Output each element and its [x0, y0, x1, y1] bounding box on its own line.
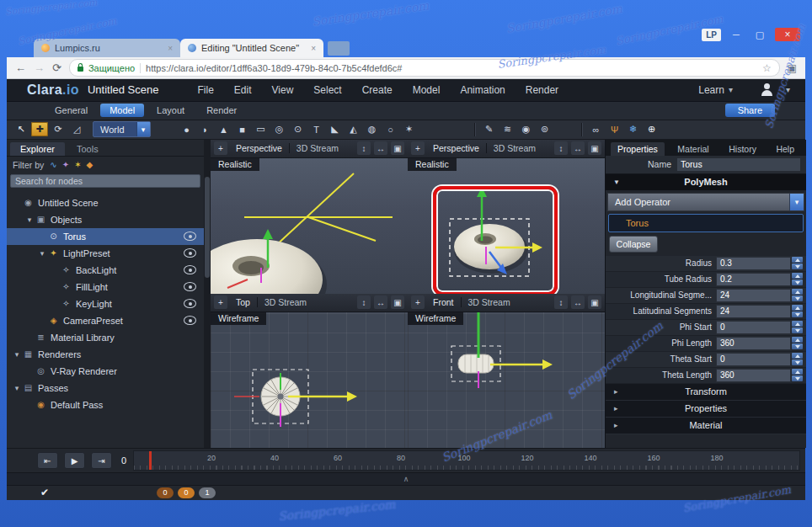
stepper-up-icon[interactable] — [792, 321, 803, 327]
share-button[interactable]: Share — [725, 104, 775, 117]
property-value-input[interactable]: 24 — [716, 289, 791, 302]
add-operator-dropdown[interactable]: Add Operator ▾ — [607, 193, 804, 211]
sphere-icon[interactable]: ● — [179, 122, 195, 136]
filter-curves-icon[interactable]: ∿ — [50, 160, 56, 169]
pan-vertical-icon[interactable]: ↕ — [357, 295, 371, 309]
visibility-eye-icon[interactable] — [184, 316, 196, 325]
dropdown-arrow-icon[interactable]: ▾ — [789, 194, 804, 210]
viewport-perspective-1[interactable]: + Perspective 3D Stream ↕ ↔ ▣ Realistic — [211, 140, 408, 294]
stepper-up-icon[interactable] — [792, 353, 803, 359]
tab-explorer[interactable]: Explorer — [10, 142, 65, 156]
section-transform[interactable]: ▸Transform — [606, 384, 806, 401]
filter-lights-icon[interactable]: ✶ — [74, 160, 81, 169]
tree-item-untitled-scene[interactable]: ◉Untitled Scene — [7, 194, 204, 211]
close-button[interactable]: × — [775, 28, 800, 41]
expander-icon[interactable]: ▾ — [37, 249, 47, 258]
explorer-scrollbar[interactable] — [204, 140, 211, 448]
polymesh-header[interactable]: ▼ PolyMesh — [606, 174, 806, 190]
visibility-eye-icon[interactable] — [184, 248, 196, 258]
playhead[interactable] — [149, 451, 152, 470]
rotate-tool-icon[interactable]: ⟳ — [50, 122, 67, 136]
refresh-icon[interactable]: ⟳ — [52, 61, 61, 74]
tree-item-keylight[interactable]: ✧KeyLight — [7, 295, 204, 312]
name-input[interactable] — [676, 157, 801, 172]
maximize-button[interactable]: ▢ — [751, 29, 768, 40]
expander-icon[interactable]: ▾ — [24, 216, 35, 224]
tree-item-material-library[interactable]: ≣Material Library — [7, 329, 204, 346]
chain-icon[interactable]: ∞ — [588, 122, 605, 136]
stepper-up-icon[interactable] — [792, 289, 803, 295]
translate-icon[interactable]: ▣ — [788, 62, 797, 74]
viewport-add-button[interactable]: + — [214, 295, 227, 309]
menu-animation[interactable]: Animation — [450, 84, 515, 96]
tab-tools[interactable]: Tools — [67, 142, 109, 156]
pan-horizontal-icon[interactable]: ↔ — [374, 295, 387, 309]
forward-icon[interactable]: → — [34, 61, 45, 74]
pan-vertical-icon[interactable]: ↕ — [554, 141, 568, 155]
url-text[interactable]: https://clara.io/editor/1dff6a30-18d9-47… — [146, 63, 757, 73]
viewport-perspective-2[interactable]: + Perspective 3D Stream ↕ ↔ ▣ Realistic — [408, 140, 605, 294]
rings-icon[interactable]: ⊚ — [537, 122, 553, 136]
add-circle-icon[interactable]: ⊕ — [644, 122, 660, 136]
tab-history[interactable]: History — [722, 142, 763, 156]
tree-item-passes[interactable]: ▾▤Passes — [7, 380, 204, 397]
secure-label[interactable]: Защищено — [88, 63, 135, 73]
cone-icon[interactable]: ▲ — [216, 122, 232, 136]
stepper-up-icon[interactable] — [792, 369, 803, 375]
stepper-down-icon[interactable] — [792, 327, 803, 333]
search-input[interactable] — [10, 174, 200, 188]
viewport-stream-label[interactable]: 3D Stream — [258, 297, 313, 307]
visibility-eye-icon[interactable] — [184, 232, 196, 241]
status-badge[interactable]: 0 — [157, 487, 174, 498]
property-value-input[interactable]: 24 — [716, 305, 791, 318]
caret-down-icon[interactable]: ▾ — [786, 85, 790, 94]
new-tab-button[interactable] — [328, 41, 350, 56]
viewport-maximize-icon[interactable]: ▣ — [391, 295, 404, 309]
status-badge[interactable]: 0 — [178, 487, 195, 498]
disc-icon[interactable]: ◍ — [364, 122, 381, 136]
stepper-up-icon[interactable] — [792, 305, 803, 311]
viewport-add-button[interactable]: + — [411, 141, 425, 155]
property-value-input[interactable]: 0.3 — [716, 257, 791, 270]
skip-start-button[interactable]: ⇤ — [37, 452, 58, 469]
wedge-icon[interactable]: ◣ — [327, 122, 344, 136]
menu-edit[interactable]: Edit — [224, 84, 262, 96]
viewport-mode-label[interactable]: Realistic — [408, 157, 457, 171]
property-value-input[interactable]: 0.2 — [716, 273, 791, 286]
tube-icon[interactable]: ⊙ — [290, 122, 307, 136]
timeline-ruler[interactable]: 20406080100120140160180 — [133, 450, 800, 471]
snowflake-icon[interactable]: ❄ — [625, 122, 642, 136]
pan-horizontal-icon[interactable]: ↔ — [571, 141, 585, 155]
tab-material[interactable]: Material — [670, 142, 715, 156]
check-icon[interactable]: ✔ — [40, 487, 49, 498]
clara-logo[interactable]: Clara.io — [27, 83, 79, 98]
back-icon[interactable]: ← — [15, 61, 26, 74]
pyramid-icon[interactable]: ◭ — [345, 122, 362, 136]
teardrop-icon[interactable]: ◗ — [197, 122, 214, 136]
tree-item-torus[interactable]: ⊙Torus — [7, 228, 204, 245]
status-badge[interactable]: 1 — [199, 487, 216, 498]
operator-torus[interactable]: Torus — [608, 214, 804, 232]
section-material[interactable]: ▸Material — [606, 418, 806, 434]
user-avatar-icon[interactable] — [760, 83, 774, 96]
viewport-name[interactable]: Top — [229, 297, 258, 307]
viewport-top[interactable]: + Top 3D Stream ↕ ↔ ▣ Wireframe — [211, 294, 408, 448]
menu-create[interactable]: Create — [352, 84, 403, 96]
viewport-name[interactable]: Front — [426, 297, 462, 307]
scrollbar-thumb[interactable] — [205, 177, 210, 278]
property-value-input[interactable]: 360 — [716, 369, 791, 382]
bone-icon[interactable]: Ψ — [606, 122, 623, 136]
plane-icon[interactable]: ▭ — [253, 122, 270, 136]
timeline-collapse-strip[interactable]: ∧ — [7, 472, 805, 484]
tab-close-icon[interactable]: × — [168, 44, 173, 53]
scale-tool-icon[interactable]: ◿ — [68, 122, 85, 136]
property-value-input[interactable]: 0 — [716, 321, 791, 334]
tree-item-lightpreset[interactable]: ▾✦LightPreset — [7, 245, 204, 262]
stepper-up-icon[interactable] — [792, 337, 803, 343]
viewport-stream-label[interactable]: 3D Stream — [290, 143, 345, 153]
tab-close-icon[interactable]: × — [311, 44, 316, 53]
pan-horizontal-icon[interactable]: ↔ — [571, 295, 585, 309]
viewport-front[interactable]: + Front 3D Stream ↕ ↔ ▣ Wireframe — [408, 294, 605, 448]
menu-view[interactable]: View — [262, 84, 304, 96]
stepper-down-icon[interactable] — [792, 343, 803, 349]
